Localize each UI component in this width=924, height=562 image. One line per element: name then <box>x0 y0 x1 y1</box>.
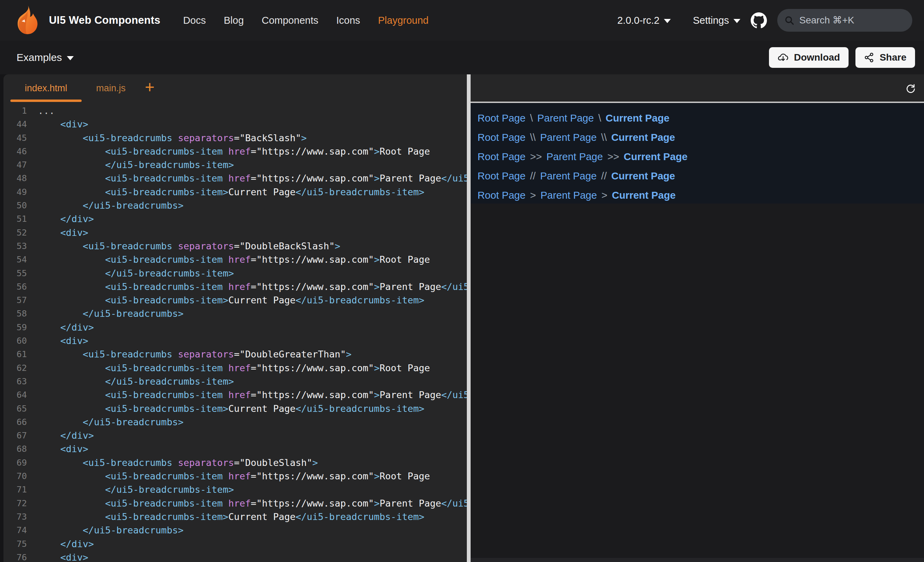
tab-main-js[interactable]: main.js <box>82 74 140 102</box>
line-number: 55 <box>3 267 27 280</box>
code-line: 70 <ui5-breadcrumbs-item href="https://w… <box>3 469 467 483</box>
plus-icon: + <box>145 79 155 95</box>
download-button[interactable]: Download <box>769 47 849 68</box>
breadcrumb-separator: \\ <box>601 132 607 143</box>
code-line: 1... <box>3 104 467 117</box>
examples-dropdown[interactable]: Examples <box>16 52 74 63</box>
search-icon <box>784 15 795 25</box>
editor-tabbar: index.htmlmain.js+ <box>3 74 467 102</box>
line-number: 1 <box>3 104 27 117</box>
chevron-down-icon <box>734 19 740 23</box>
code-line: 47 </ui5-breadcrumbs-item> <box>3 158 467 171</box>
breadcrumb-current: Current Page <box>611 170 675 182</box>
breadcrumb-row: Root Page\\Parent Page\\Current Page <box>477 128 924 147</box>
share-label: Share <box>879 52 906 63</box>
breadcrumb-link[interactable]: Root Page <box>477 112 525 124</box>
pane-resize-handle[interactable] <box>467 74 471 562</box>
main-nav: DocsBlogComponentsIconsPlayground <box>174 15 438 26</box>
line-number: 71 <box>3 483 27 496</box>
add-tab-button[interactable]: + <box>140 74 159 102</box>
code-line: 58 </ui5-breadcrumbs> <box>3 307 467 320</box>
nav-link-components[interactable]: Components <box>262 15 318 26</box>
code-line: 72 <ui5-breadcrumbs-item href="https://w… <box>3 496 467 510</box>
tab-index-html[interactable]: index.html <box>10 74 82 102</box>
github-link[interactable] <box>751 12 767 28</box>
breadcrumb-current: Current Page <box>612 189 676 201</box>
breadcrumb-separator: // <box>601 170 607 182</box>
preview-toolbar <box>471 74 924 102</box>
code-line: 66 </ui5-breadcrumbs> <box>3 415 467 429</box>
preview-empty-area <box>471 204 924 562</box>
breadcrumb-link[interactable]: Root Page <box>477 170 525 182</box>
breadcrumb-link[interactable]: Root Page <box>477 151 525 163</box>
share-icon <box>864 52 874 63</box>
brand-link[interactable]: UI5 Web Components <box>12 4 160 36</box>
version-dropdown[interactable]: 2.0.0-rc.2 <box>617 15 671 26</box>
line-number: 64 <box>3 388 27 402</box>
breadcrumb-separator: > <box>530 189 536 201</box>
code-line: 63 </ui5-breadcrumbs-item> <box>3 375 467 388</box>
code-editor[interactable]: 1...44 <div>45 <ui5-breadcrumbs separato… <box>3 104 467 562</box>
nav-link-icons[interactable]: Icons <box>336 15 360 26</box>
line-number: 51 <box>3 212 27 226</box>
line-number: 68 <box>3 442 27 456</box>
line-number: 57 <box>3 294 27 307</box>
code-line: 65 <ui5-breadcrumbs-item>Current Page</u… <box>3 402 467 415</box>
breadcrumb-link[interactable]: Parent Page <box>540 170 597 182</box>
settings-dropdown[interactable]: Settings <box>693 15 740 26</box>
nav-link-blog[interactable]: Blog <box>224 15 244 26</box>
breadcrumb-separator: \ <box>530 112 532 124</box>
code-line: 55 </ui5-breadcrumbs-item> <box>3 267 467 280</box>
breadcrumb-link[interactable]: Parent Page <box>537 112 594 124</box>
version-label: 2.0.0-rc.2 <box>617 15 660 26</box>
line-number: 61 <box>3 348 27 361</box>
code-line: 76 <div> <box>3 551 467 562</box>
line-number: 45 <box>3 131 27 145</box>
line-number: 60 <box>3 334 27 348</box>
line-number: 70 <box>3 469 27 483</box>
nav-link-docs[interactable]: Docs <box>183 15 206 26</box>
nav-link-playground[interactable]: Playground <box>378 15 429 26</box>
line-number: 73 <box>3 510 27 523</box>
breadcrumb-current: Current Page <box>606 112 669 124</box>
line-number: 74 <box>3 523 27 537</box>
line-number: 59 <box>3 321 27 334</box>
breadcrumb-link[interactable]: Parent Page <box>540 189 597 201</box>
search-input[interactable] <box>799 15 924 26</box>
search-box <box>777 9 912 32</box>
refresh-button[interactable] <box>903 81 918 95</box>
breadcrumb-separator: // <box>530 170 536 182</box>
code-line: 75 </div> <box>3 537 467 551</box>
ui5-logo-icon <box>12 4 44 36</box>
code-line: 71 </ui5-breadcrumbs-item> <box>3 483 467 496</box>
code-line: 69 <ui5-breadcrumbs separators="DoubleSl… <box>3 456 467 469</box>
breadcrumb-link[interactable]: Root Page <box>477 189 525 201</box>
line-number: 56 <box>3 280 27 294</box>
line-number: 75 <box>3 537 27 551</box>
line-number: 58 <box>3 307 27 320</box>
line-number: 63 <box>3 375 27 388</box>
code-line: 74 </ui5-breadcrumbs> <box>3 523 467 537</box>
line-number: 69 <box>3 456 27 469</box>
breadcrumb-link[interactable]: Root Page <box>477 132 525 143</box>
breadcrumb-separator: > <box>602 189 608 201</box>
chevron-down-icon <box>67 56 74 60</box>
code-line: 46 <ui5-breadcrumbs-item href="https://w… <box>3 145 467 158</box>
line-number: 47 <box>3 158 27 171</box>
share-button[interactable]: Share <box>855 47 915 68</box>
breadcrumb-link[interactable]: Parent Page <box>540 132 597 143</box>
code-line: 64 <ui5-breadcrumbs-item href="https://w… <box>3 388 467 402</box>
code-line: 50 </ui5-breadcrumbs> <box>3 199 467 212</box>
line-number: 72 <box>3 496 27 510</box>
code-line: 60 <div> <box>3 334 467 348</box>
breadcrumb-current: Current Page <box>611 132 675 143</box>
line-number: 66 <box>3 415 27 429</box>
code-line: 49 <ui5-breadcrumbs-item>Current Page</u… <box>3 185 467 199</box>
breadcrumb-link[interactable]: Parent Page <box>546 151 603 163</box>
line-number: 67 <box>3 429 27 442</box>
breadcrumb-separator: \ <box>598 112 601 124</box>
line-number: 54 <box>3 253 27 266</box>
examples-label: Examples <box>16 52 62 63</box>
line-number: 53 <box>3 239 27 253</box>
code-line: 67 </div> <box>3 429 467 442</box>
